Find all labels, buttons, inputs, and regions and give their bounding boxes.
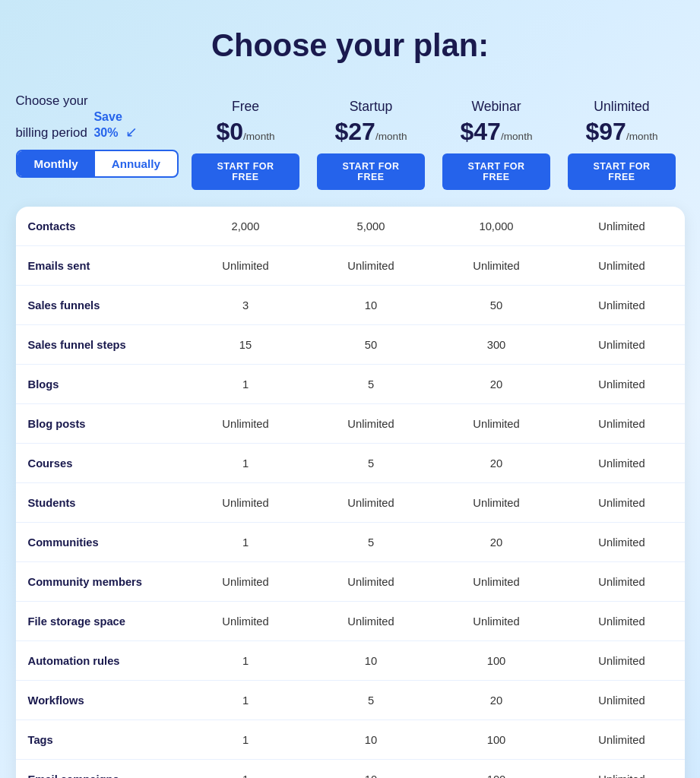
feature-value: Unlimited bbox=[309, 486, 434, 520]
table-row: File storage spaceUnlimitedUnlimitedUnli… bbox=[16, 602, 685, 641]
feature-value: 5 bbox=[309, 368, 434, 401]
feature-value: Unlimited bbox=[559, 605, 685, 638]
feature-value: 5 bbox=[309, 526, 434, 559]
table-row: Sales funnels31050Unlimited bbox=[16, 286, 685, 325]
feature-name: Automation rules bbox=[16, 644, 183, 678]
feature-value: Unlimited bbox=[559, 526, 685, 559]
feature-name: Sales funnel steps bbox=[16, 328, 183, 362]
feature-value: 5 bbox=[309, 684, 434, 717]
feature-name: Contacts bbox=[16, 210, 183, 243]
feature-value: 10 bbox=[309, 723, 434, 757]
feature-value: Unlimited bbox=[434, 407, 559, 441]
feature-value: 50 bbox=[434, 289, 559, 322]
feature-value: Unlimited bbox=[559, 644, 685, 678]
feature-value: Unlimited bbox=[183, 407, 309, 441]
feature-value: 1 bbox=[183, 447, 309, 480]
plan-name-webinar: Webinar bbox=[437, 99, 556, 115]
table-row: Emails sentUnlimitedUnlimitedUnlimitedUn… bbox=[16, 246, 685, 286]
feature-value: 100 bbox=[434, 763, 559, 779]
feature-value: 300 bbox=[434, 328, 559, 362]
feature-value: 1 bbox=[183, 526, 309, 559]
feature-value: 20 bbox=[434, 368, 559, 401]
save-badge: Save30% bbox=[93, 109, 122, 141]
feature-value: 1 bbox=[183, 644, 309, 678]
plan-name-startup: Startup bbox=[312, 99, 431, 115]
plan-col-free: Free $0/month START FOR FREE bbox=[183, 93, 309, 193]
feature-value: 20 bbox=[434, 684, 559, 717]
feature-value: Unlimited bbox=[434, 605, 559, 638]
feature-value: Unlimited bbox=[183, 249, 309, 283]
monthly-toggle[interactable]: Monthly bbox=[17, 151, 95, 176]
plan-col-startup: Startup $27/month START FOR FREE bbox=[309, 93, 434, 193]
plan-price-startup: $27/month bbox=[312, 118, 431, 146]
billing-label: Choose your billing period Save30% ↙ bbox=[16, 93, 138, 142]
feature-value: 1 bbox=[183, 368, 309, 401]
plans-header: Choose your billing period Save30% ↙ Mon… bbox=[16, 85, 685, 193]
feature-name: Courses bbox=[16, 447, 183, 480]
feature-value: 1 bbox=[183, 684, 309, 717]
feature-value: Unlimited bbox=[309, 249, 434, 283]
feature-name: Communities bbox=[16, 526, 183, 559]
annually-toggle[interactable]: Annually bbox=[95, 151, 177, 176]
feature-value: 10 bbox=[309, 763, 434, 779]
start-btn-unlimited[interactable]: START FOR FREE bbox=[568, 153, 675, 190]
feature-value: Unlimited bbox=[559, 407, 685, 441]
feature-value: Unlimited bbox=[559, 763, 685, 779]
feature-value: Unlimited bbox=[559, 447, 685, 480]
table-row: Courses1520Unlimited bbox=[16, 444, 685, 483]
table-row: Community membersUnlimitedUnlimitedUnlim… bbox=[16, 562, 685, 602]
feature-value: Unlimited bbox=[434, 249, 559, 283]
feature-name: Tags bbox=[16, 723, 183, 757]
plan-price-unlimited: $97/month bbox=[562, 118, 682, 146]
feature-name: Blogs bbox=[16, 368, 183, 401]
feature-value: Unlimited bbox=[309, 605, 434, 638]
table-row: Contacts2,0005,00010,000Unlimited bbox=[16, 207, 685, 246]
table-row: Tags110100Unlimited bbox=[16, 720, 685, 760]
save-arrow-icon: ↙ bbox=[125, 124, 138, 140]
feature-value: Unlimited bbox=[559, 328, 685, 362]
feature-value: Unlimited bbox=[559, 565, 685, 599]
billing-toggle: Monthly Annually bbox=[16, 150, 179, 178]
feature-value: Unlimited bbox=[559, 210, 685, 243]
feature-value: 10 bbox=[309, 289, 434, 322]
feature-value: 5 bbox=[309, 447, 434, 480]
start-btn-free[interactable]: START FOR FREE bbox=[192, 153, 299, 190]
feature-name: Blog posts bbox=[16, 407, 183, 441]
feature-value: 10,000 bbox=[434, 210, 559, 243]
feature-value: Unlimited bbox=[559, 684, 685, 717]
feature-name: File storage space bbox=[16, 605, 183, 638]
feature-value: Unlimited bbox=[559, 289, 685, 322]
feature-value: Unlimited bbox=[183, 486, 309, 520]
feature-value: 2,000 bbox=[183, 210, 309, 243]
feature-value: Unlimited bbox=[183, 565, 309, 599]
billing-section: Choose your billing period Save30% ↙ Mon… bbox=[16, 93, 183, 193]
start-btn-webinar[interactable]: START FOR FREE bbox=[442, 153, 550, 190]
start-btn-startup[interactable]: START FOR FREE bbox=[317, 153, 424, 190]
plan-name-unlimited: Unlimited bbox=[562, 99, 682, 115]
feature-value: 10 bbox=[309, 644, 434, 678]
feature-name: Emails sent bbox=[16, 249, 183, 283]
feature-value: 1 bbox=[183, 763, 309, 779]
feature-value: 100 bbox=[434, 723, 559, 757]
feature-value: 100 bbox=[434, 644, 559, 678]
plan-col-webinar: Webinar $47/month START FOR FREE bbox=[434, 93, 559, 193]
plan-name-free: Free bbox=[186, 99, 306, 115]
table-row: StudentsUnlimitedUnlimitedUnlimitedUnlim… bbox=[16, 483, 685, 523]
feature-name: Students bbox=[16, 486, 183, 520]
feature-value: 3 bbox=[183, 289, 309, 322]
feature-name: Sales funnels bbox=[16, 289, 183, 322]
feature-name: Workflows bbox=[16, 684, 183, 717]
table-row: Sales funnel steps1550300Unlimited bbox=[16, 325, 685, 365]
feature-value: Unlimited bbox=[309, 407, 434, 441]
plan-price-free: $0/month bbox=[186, 118, 306, 146]
table-row: Communities1520Unlimited bbox=[16, 523, 685, 562]
feature-value: Unlimited bbox=[434, 565, 559, 599]
feature-value: Unlimited bbox=[559, 368, 685, 401]
feature-name: Email campaigns bbox=[16, 763, 183, 779]
feature-value: Unlimited bbox=[434, 486, 559, 520]
page-title: Choose your plan: bbox=[16, 0, 685, 85]
table-row: Blogs1520Unlimited bbox=[16, 365, 685, 404]
feature-value: Unlimited bbox=[559, 486, 685, 520]
feature-value: 1 bbox=[183, 723, 309, 757]
feature-name: Community members bbox=[16, 565, 183, 599]
